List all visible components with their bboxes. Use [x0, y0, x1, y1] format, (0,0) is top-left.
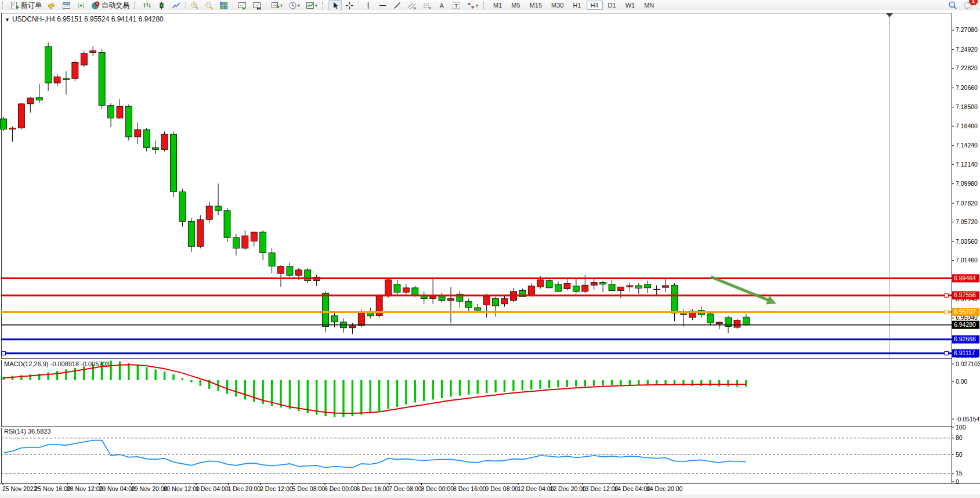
time-label: 1 Dec 20:00	[228, 485, 261, 492]
price-tag-label: 6.92666	[954, 335, 976, 342]
candle	[197, 219, 204, 246]
line-handle[interactable]	[945, 310, 948, 313]
candle	[206, 206, 212, 219]
chart-canvas[interactable]: 7.270807.249207.228207.206607.185007.164…	[0, 0, 980, 498]
macd-histogram-bar	[494, 380, 496, 392]
candle	[528, 286, 534, 295]
candle	[90, 50, 96, 52]
time-label: 6 Dec 16:00	[357, 485, 390, 492]
price-tick-label: 7.22820	[956, 64, 978, 71]
candle	[680, 314, 686, 315]
candle	[260, 232, 266, 253]
candle	[403, 288, 409, 293]
macd-histogram-bar	[432, 380, 433, 399]
candle	[448, 298, 454, 300]
collapse-icon[interactable]: ▼	[5, 17, 10, 23]
macd-histogram-bar	[298, 380, 299, 411]
time-label: 29 Nov 20:00	[131, 485, 168, 492]
macd-histogram-bar	[629, 380, 631, 385]
macd-histogram-bar	[522, 380, 523, 390]
candle	[323, 293, 329, 326]
candle	[582, 285, 588, 291]
candle	[627, 286, 633, 287]
macd-histogram-bar	[65, 369, 67, 380]
macd-histogram-bar	[370, 380, 371, 413]
candle	[99, 52, 105, 105]
macd-histogram-bar	[736, 380, 738, 387]
macd-histogram-bar	[700, 380, 702, 386]
macd-histogram-bar	[593, 380, 595, 386]
macd-histogram-bar	[74, 368, 76, 380]
candle	[233, 237, 239, 248]
macd-histogram-bar	[110, 360, 111, 380]
time-label: 6 Dec 00:00	[324, 485, 357, 492]
candle	[54, 77, 60, 83]
candle	[135, 129, 141, 136]
candle	[143, 129, 150, 147]
rsi-tick-label: 100	[956, 424, 966, 431]
price-tick-label: 7.16400	[956, 122, 978, 129]
candle	[63, 78, 69, 80]
macd-histogram-bar	[486, 380, 487, 393]
candle	[653, 289, 660, 290]
candle	[546, 281, 552, 288]
candle	[295, 270, 302, 275]
price-tag-label: 6.95707	[954, 308, 976, 315]
macd-histogram-bar	[20, 375, 22, 380]
time-label: 9 Dec 08:00	[486, 485, 519, 492]
macd-histogram-bar	[334, 380, 335, 417]
time-label: 7 Dec 08:00	[389, 485, 422, 492]
macd-histogram-bar	[584, 380, 586, 387]
macd-histogram-bar	[718, 380, 720, 387]
candle	[170, 134, 176, 192]
line-handle[interactable]	[2, 351, 5, 355]
time-label: 28 Nov 12:00	[67, 485, 103, 492]
macd-histogram-bar	[414, 380, 416, 402]
price-tick-label: 7.12140	[956, 161, 978, 168]
rsi-tick-label: 0	[956, 478, 959, 485]
candle	[18, 104, 24, 128]
candle	[72, 62, 78, 78]
macd-histogram-bar	[56, 371, 58, 380]
price-tick-label: 7.07820	[956, 200, 978, 207]
macd-histogram-bar	[745, 380, 747, 387]
macd-histogram-bar	[557, 380, 559, 387]
candle	[600, 283, 606, 284]
price-tag-label: 6.97556	[954, 291, 976, 298]
candle	[707, 314, 714, 323]
macd-histogram-bar	[709, 380, 711, 386]
macd-histogram-bar	[119, 362, 121, 380]
macd-histogram-bar	[200, 380, 201, 386]
metatrader-window: 新订单 自动交易	[0, 0, 980, 498]
macd-histogram-bar	[727, 380, 729, 387]
macd-histogram-bar	[423, 380, 425, 401]
macd-tick-label: 0.00	[956, 378, 968, 385]
symbol-ohlc-text: USDCNH-,H4 6.95151 6.95524 6.94141 6.942…	[12, 15, 164, 23]
macd-histogram-bar	[459, 380, 461, 396]
time-label: 8 Dec 00:00	[421, 485, 454, 492]
line-handle[interactable]	[945, 351, 948, 355]
time-label: 25 Nov 2022	[2, 485, 37, 492]
price-tick-label: 7.20660	[956, 84, 978, 91]
time-label: 30 Nov 12:00	[164, 485, 200, 492]
macd-histogram-bar	[324, 380, 326, 416]
macd-histogram-bar	[602, 380, 603, 385]
candle	[358, 312, 364, 326]
candle	[81, 53, 87, 65]
candle	[36, 98, 42, 100]
macd-histogram-bar	[620, 380, 621, 385]
macd-histogram-bar	[146, 367, 147, 380]
rsi-tick-label: 15	[956, 470, 963, 477]
macd-histogram-bar	[360, 380, 362, 415]
candle	[394, 284, 400, 293]
candle	[465, 301, 472, 308]
candle	[9, 128, 16, 129]
candle	[125, 106, 132, 137]
candle	[743, 317, 749, 324]
candle	[591, 283, 597, 286]
candle	[153, 147, 159, 149]
candle	[251, 232, 257, 241]
macd-histogram-bar	[226, 380, 228, 394]
line-handle[interactable]	[945, 294, 948, 297]
price-tick-label: 7.14240	[956, 142, 978, 149]
